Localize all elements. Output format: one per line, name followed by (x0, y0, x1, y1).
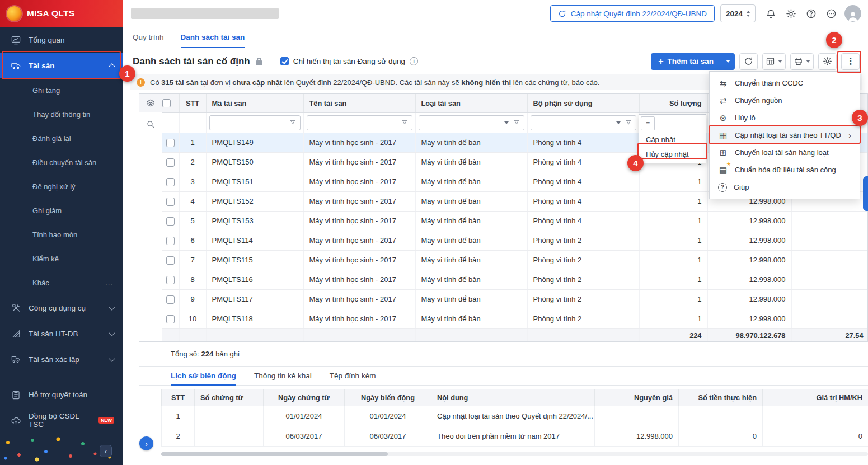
tab-quy-trinh[interactable]: Quy trình (133, 27, 164, 48)
gear-icon[interactable] (786, 8, 796, 19)
sidebar-subitem-khac[interactable]: Khác... (0, 271, 123, 295)
update-decision-label: Cập nhật Quyết định 22/2024/QĐ-UBND (571, 10, 707, 18)
sidebar-collapse-button[interactable]: ‹ (100, 445, 112, 457)
column-header-ten-tai-san[interactable]: Tên tài sản (303, 94, 415, 112)
add-asset-dropdown[interactable] (721, 53, 735, 70)
main-tabs: Quy trình Danh sách tài sản (123, 27, 868, 48)
column-header-loai-tai-san[interactable]: Loại tài sản (415, 94, 527, 112)
refresh-icon (744, 57, 753, 66)
sidebar-subitem-ghi-tang[interactable]: Ghi tăng (0, 78, 123, 102)
more-actions-button[interactable]: ⋮ (841, 53, 860, 70)
bell-icon[interactable] (766, 8, 776, 19)
asset-icon (11, 60, 21, 71)
menu-item-huy-lo[interactable]: ⊗Hủy lô (710, 109, 860, 126)
more-circle-icon[interactable] (826, 8, 837, 19)
sidebar-subitem-de-nghi-xu-ly[interactable]: Đề nghị xử lý (0, 175, 123, 199)
settings-button[interactable] (818, 53, 837, 70)
history-column-so-tien-thuc-hien: Số tiền thực hiện (679, 389, 763, 406)
year-spinner-icon[interactable] (747, 11, 750, 17)
column-header-stt[interactable]: STT (179, 94, 206, 112)
sidebar-subitem-thay-doi-thong-tin[interactable]: Thay đổi thông tin (0, 102, 123, 126)
row-checkbox[interactable] (166, 198, 175, 206)
history-column-stt: STT (162, 389, 195, 406)
sidebar-item-dong-bo-csdl-tsc[interactable]: Đồng bộ CSDL TSCNEW (0, 407, 123, 433)
standardize-icon: ▤★ (718, 165, 728, 175)
row-checkbox[interactable] (166, 276, 175, 284)
divider (8, 377, 115, 377)
history-row[interactable]: 101/01/202401/01/2024Cập nhật loại tài s… (162, 406, 868, 426)
sidebar-item-tai-san-xac-lap[interactable]: Tài sản xác lập (0, 346, 123, 372)
menu-item-cap-nhat-loai-tai-san-theo-tt-qd[interactable]: ▦Cập nhật loại tài sản theo TT/QĐ› (710, 126, 860, 144)
warning-text: Có 315 tài sản tại đơn vị chưa cập nhật … (150, 78, 599, 87)
help-icon[interactable] (806, 8, 817, 19)
column-header-bo-phan-su-dung[interactable]: Bộ phận sử dụng (527, 94, 639, 112)
row-menu-item-cap-nhat[interactable]: Cập nhật (641, 132, 704, 147)
row-checkbox[interactable] (166, 178, 175, 186)
table-view-button[interactable] (762, 53, 786, 70)
layers-icon[interactable] (146, 98, 155, 107)
row-checkbox[interactable] (166, 295, 175, 304)
row-menu-item-huy-cap-nhat[interactable]: Hủy cập nhật (641, 147, 704, 161)
funnel-icon (289, 119, 296, 126)
sidebar-item-ho-tro-quyet-toan[interactable]: Hỗ trợ quyết toán (0, 382, 123, 407)
sidebar-item-tai-san[interactable]: Tài sản (0, 53, 123, 78)
sidebar-subitem-danh-gia-lai[interactable]: Đánh giá lại (0, 126, 123, 151)
table-row[interactable]: 9PMQLTS117Máy vi tính học sinh - 2017Máy… (162, 289, 868, 309)
filter-name-input[interactable] (307, 115, 412, 130)
list-toolbar: + Thêm tài sản (651, 53, 860, 70)
total-count: 224 (201, 350, 214, 358)
history-row[interactable]: 206/03/201706/03/2017Theo dõi trên phần … (162, 426, 868, 447)
menu-item-chuyen-nguon[interactable]: ⇄Chuyển nguồn (710, 92, 860, 109)
table-row[interactable]: 10PMQLTS118Máy vi tính học sinh - 2017Má… (162, 309, 868, 328)
row-checkbox[interactable] (166, 315, 175, 323)
column-header-so-luong[interactable]: Số lượng (639, 94, 707, 112)
user-avatar[interactable] (844, 5, 861, 22)
sidebar-subitem-ghi-giam[interactable]: Ghi giảm (0, 199, 123, 223)
filter-type-select[interactable] (419, 115, 524, 130)
menu-item-giup[interactable]: ?Giúp (710, 179, 860, 196)
detail-tab-thong-tin-ke-khai[interactable]: Thông tin kê khai (254, 367, 312, 386)
horizontal-scrollbar[interactable] (161, 452, 868, 456)
detail-tab-tep-dinh-kem[interactable]: Tệp đính kèm (330, 367, 376, 386)
table-row[interactable]: 7PMQLTS115Máy vi tính học sinh - 2017Máy… (162, 250, 868, 270)
expand-detail-button[interactable]: › (139, 436, 153, 450)
sidebar-item-cong-cu-dung-cu[interactable]: Công cụ dụng cụ (0, 295, 123, 321)
row-checkbox[interactable] (166, 237, 175, 245)
grid-side-controls (139, 94, 162, 341)
refresh-button[interactable] (739, 53, 758, 70)
filter-dept-select[interactable] (531, 115, 636, 130)
equals-icon[interactable]: ≡ (641, 116, 655, 130)
filter-in-use-label: Chỉ hiển thị tài sản Đang sử dụng (293, 57, 405, 65)
menu-item-chuyen-thanh-ccdc[interactable]: ⇆Chuyển thành CCDC (710, 74, 860, 92)
update-decision-button[interactable]: Cập nhật Quyết định 22/2024/QĐ-UBND (550, 5, 715, 22)
sidebar-subitem-dieu-chuyen-tai-san[interactable]: Điều chuyển tài sản (0, 151, 123, 175)
row-checkbox[interactable] (166, 217, 175, 226)
filter-in-use-checkbox[interactable]: Chỉ hiển thị tài sản Đang sử dụng i (280, 57, 418, 65)
side-panel-handle[interactable] (863, 176, 868, 211)
row-checkbox[interactable] (166, 139, 175, 147)
scrollbar-thumb[interactable] (161, 452, 388, 456)
tab-danh-sach-tai-san[interactable]: Danh sách tài sản (181, 27, 245, 48)
menu-item-chuan-hoa-du-lieu-tai-san-cong[interactable]: ▤★Chuẩn hóa dữ liệu tài sản công (710, 161, 860, 179)
row-checkbox[interactable] (166, 158, 175, 167)
detail-tab-lich-su-bien-dong[interactable]: Lịch sử biến động (171, 367, 236, 386)
fiscal-year-select[interactable]: 2024 (720, 4, 756, 22)
select-all-checkbox[interactable] (162, 94, 179, 112)
filter-code-input[interactable] (209, 115, 301, 130)
sidebar-item-tong-quan[interactable]: Tổng quan (0, 27, 123, 53)
add-asset-button[interactable]: + Thêm tài sản (651, 53, 721, 70)
row-checkbox[interactable] (166, 256, 175, 265)
table-row[interactable]: 6PMQLTS114Máy vi tính học sinh - 2017Máy… (162, 231, 868, 250)
column-header-ma-tai-san[interactable]: Mã tài sản (206, 94, 303, 112)
table-row[interactable]: 5PMQLTS153Máy vi tính học sinh - 2017Máy… (162, 211, 868, 231)
funnel-icon (401, 119, 408, 126)
checkbox-checked-icon[interactable] (280, 57, 289, 65)
sidebar-subitem-kiem-ke[interactable]: Kiểm kê (0, 247, 123, 271)
print-button[interactable] (790, 53, 814, 70)
history-column-ngay-chung-tu: Ngày chứng từ (264, 389, 345, 406)
search-icon[interactable] (146, 120, 155, 129)
menu-item-chuyen-loai-tai-san-hang-loat[interactable]: ⊞Chuyển loại tài sản hàng loạt (710, 144, 860, 161)
sidebar-subitem-tinh-hao-mon[interactable]: Tính hao mòn (0, 223, 123, 247)
table-row[interactable]: 8PMQLTS116Máy vi tính học sinh - 2017Máy… (162, 270, 868, 289)
sidebar-item-tai-san-ht-db[interactable]: Tài sản HT-ĐB (0, 321, 123, 346)
